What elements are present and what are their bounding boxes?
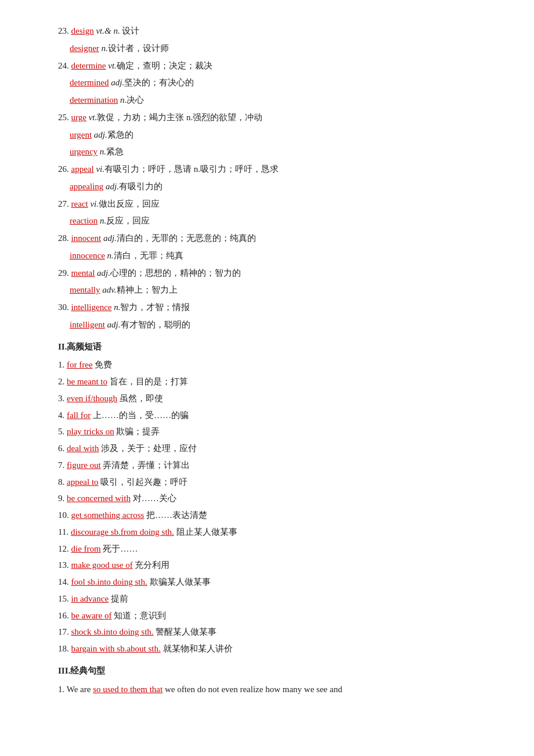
phrase-item-6: 6. deal with 涉及，关于；处理，应付	[58, 441, 499, 457]
vocab-sub-designer: designer n.设计者，设计师	[58, 41, 499, 57]
sub-def: 紧急的	[107, 130, 134, 139]
phrase-num: 8.	[58, 477, 67, 487]
entry-pos: n.	[114, 303, 120, 312]
vocab-entry-29: 29. mental adj.心理的；思想的，精神的；智力的	[58, 265, 499, 282]
phrase-item-10: 10. get something across 把……表达清楚	[58, 507, 499, 524]
sub-word: urgency	[70, 147, 98, 156]
sub-def: 清白，无罪；纯真	[114, 251, 183, 260]
entry-num: 26.	[58, 164, 71, 174]
phrase-item-15: 15. in advance 提前	[58, 591, 499, 607]
sub-word: intelligent	[70, 320, 105, 329]
phrase-num: 1.	[58, 360, 67, 369]
entry-def: 心理的；思想的，精神的；智力的	[110, 268, 241, 278]
phrase-num: 10.	[58, 510, 71, 520]
phrase-item-2: 2. be meant to 旨在，目的是；打算	[58, 374, 499, 390]
vocab-sub-determination: determination n.决心	[58, 92, 499, 109]
phrase-text: be aware of	[71, 611, 112, 620]
sub-pos: n.	[100, 147, 106, 156]
phrase-text: make good use of	[71, 560, 133, 570]
sub-pos: adj.	[107, 320, 121, 329]
phrase-item-7: 7. figure out 弄清楚，弄懂；计算出	[58, 458, 499, 474]
phrase-text: appeal to	[67, 477, 99, 487]
phrase-item-16: 16. be aware of 知道；意识到	[58, 608, 499, 624]
sentence-before: We are	[67, 685, 91, 694]
entry-def: 设计	[122, 26, 139, 35]
phrase-def: 提前	[111, 594, 128, 603]
phrase-text: be meant to	[67, 377, 107, 386]
phrase-def: 虽然，即使	[120, 394, 163, 403]
phrase-text: figure out	[67, 460, 101, 470]
vocab-entry-23: 23. design vt.& n. 设计	[58, 23, 499, 39]
entry-word: determine	[71, 61, 106, 70]
entry-num: 23.	[58, 26, 71, 35]
sub-def: 紧急	[106, 147, 124, 156]
phrase-num: 4.	[58, 411, 67, 420]
phrase-text: discourage sb.from doing sth.	[71, 527, 174, 537]
entry-num: 30.	[58, 303, 71, 312]
vocab-sub-urgent: urgent adj.紧急的	[58, 127, 499, 143]
vocab-sub-urgency: urgency n.紧急	[58, 144, 499, 160]
phrase-item-1: 1. for free 免费	[58, 357, 499, 373]
vocab-sub-innocence: innocence n.清白，无罪；纯真	[58, 248, 499, 264]
phrase-num: 3.	[58, 394, 67, 403]
phrase-item-17: 17. shock sb.into doing sth. 警醒某人做某事	[58, 624, 499, 640]
phrase-item-12: 12. die from 死于……	[58, 541, 499, 557]
sub-pos: n.	[102, 44, 108, 53]
entry-def: 清白的，无罪的；无恶意的；纯真的	[117, 233, 256, 243]
entry-def: 智力，才智；情报	[120, 303, 190, 312]
entry-def: 确定，查明；决定；裁决	[117, 61, 212, 70]
entry-word: react	[71, 199, 88, 208]
vocab-entry-28: 28. innocent adj.清白的，无罪的；无恶意的；纯真的	[58, 231, 499, 247]
vocab-entry-30: 30. intelligence n.智力，才智；情报	[58, 300, 499, 316]
section3-header: III.经典句型	[58, 663, 499, 679]
sub-def: 有才智的，聪明的	[121, 320, 190, 329]
entry-num: 28.	[58, 233, 71, 243]
phrase-def: 就某物和某人讲价	[163, 644, 233, 653]
entry-pos: vt.	[89, 113, 98, 122]
phrase-num: 13.	[58, 560, 71, 570]
phrase-num: 17.	[58, 627, 71, 636]
phrase-text: be concerned with	[67, 494, 131, 503]
phrase-item-3: 3. even if/though 虽然，即使	[58, 391, 499, 407]
sub-def: 反应，回应	[106, 216, 150, 225]
phrase-num: 12.	[58, 544, 71, 553]
phrase-text: bargain with sb.about sth.	[71, 644, 161, 653]
sub-word: urgent	[70, 130, 92, 139]
entry-pos: vi.	[90, 199, 99, 208]
phrase-text: play tricks on	[67, 427, 114, 436]
phrase-item-14: 14. fool sb.into doing sth. 欺骗某人做某事	[58, 574, 499, 591]
phrase-def: 死于……	[103, 544, 138, 553]
entry-word: intelligence	[71, 303, 112, 312]
phrase-text: in advance	[71, 594, 109, 603]
phrase-item-4: 4. fall for 上……的当，受……的骗	[58, 408, 499, 424]
sub-pos: adv.	[102, 285, 116, 294]
phrase-def: 吸引，引起兴趣；呼吁	[100, 477, 187, 487]
entry-num: 29.	[58, 268, 71, 278]
entry-word: innocent	[71, 233, 102, 243]
sub-pos: n.	[107, 251, 114, 260]
vocab-entry-26: 26. appeal vi.有吸引力；呼吁，恳请 n.吸引力；呼吁，恳求	[58, 161, 499, 178]
phrase-def: 对……关心	[133, 494, 176, 503]
phrase-num: 7.	[58, 460, 67, 470]
phrase-def: 涉及，关于；处理，应付	[101, 444, 197, 453]
vocab-entry-27: 27. react vi.做出反应，回应	[58, 196, 499, 213]
sub-word: innocence	[70, 251, 105, 260]
phrase-def: 知道；意识到	[114, 611, 166, 620]
vocab-entry-25: 25. urge vt.敦促，力劝；竭力主张 n.强烈的欲望，冲动	[58, 110, 499, 126]
entry-word: mental	[71, 268, 95, 278]
phrase-item-9: 9. be concerned with 对……关心	[58, 491, 499, 507]
phrase-item-8: 8. appeal to 吸引，引起兴趣；呼吁	[58, 474, 499, 491]
phrase-item-5: 5. play tricks on 欺骗；提弄	[58, 424, 499, 440]
sentence-1: 1. We are so used to them that we often …	[58, 682, 499, 698]
phrase-item-11: 11. discourage sb.from doing sth. 阻止某人做某…	[58, 524, 499, 541]
phrase-num: 5.	[58, 427, 67, 436]
sub-pos: n.	[120, 95, 127, 105]
phrase-num: 15.	[58, 594, 71, 603]
vocab-entry-24: 24. determine vt.确定，查明；决定；裁决	[58, 58, 499, 74]
entry-num: 27.	[58, 199, 71, 208]
entry-pos: vi.	[96, 164, 104, 174]
entry-def: 敦促，力劝；竭力主张 n.强烈的欲望，冲动	[97, 113, 262, 122]
sub-word: determination	[70, 95, 118, 105]
phrase-def: 充分利用	[135, 560, 169, 570]
entry-word: urge	[71, 113, 86, 122]
